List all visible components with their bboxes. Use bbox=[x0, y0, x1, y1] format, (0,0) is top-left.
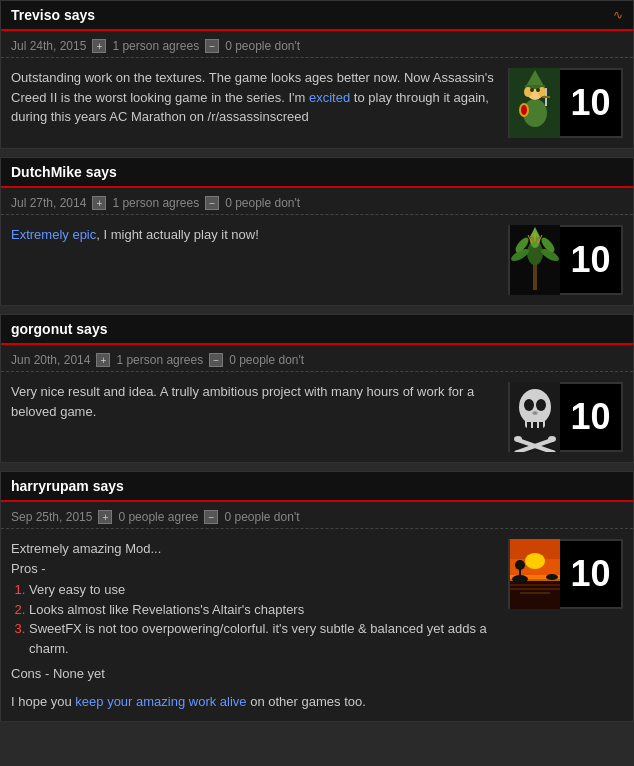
svg-point-32 bbox=[536, 399, 546, 411]
svg-point-37 bbox=[514, 436, 522, 442]
review-gorgonut: gorgonut says Jun 20th, 2014 + 1 person … bbox=[0, 314, 634, 463]
score-gorgonut: 10 bbox=[560, 396, 621, 438]
svg-point-34 bbox=[533, 412, 537, 415]
score-box-treviso: 10 bbox=[508, 68, 623, 138]
svg-rect-28 bbox=[527, 422, 531, 428]
date-gorgonut: Jun 20th, 2014 bbox=[11, 353, 90, 367]
review-header-gorgonut: gorgonut says bbox=[1, 315, 633, 345]
svg-point-44 bbox=[525, 553, 545, 569]
meta-treviso: Jul 24th, 2015 + 1 person agrees − 0 peo… bbox=[1, 31, 633, 58]
content-dutchmike: Extremely epic, I might actually play it… bbox=[1, 215, 633, 305]
svg-rect-30 bbox=[539, 422, 543, 428]
text-gorgonut: Very nice result and idea. A trully ambi… bbox=[11, 382, 498, 421]
avatar-harryrupam bbox=[510, 539, 560, 609]
highlight-epic: Extremely epic bbox=[11, 227, 96, 242]
pros-item-1: Very easy to use bbox=[29, 580, 498, 600]
avatar-treviso bbox=[510, 68, 560, 138]
agree-btn-gorgonut[interactable]: + bbox=[96, 353, 110, 367]
date-harryrupam: Sep 25th, 2015 bbox=[11, 510, 92, 524]
content-gorgonut: Very nice result and idea. A trully ambi… bbox=[1, 372, 633, 462]
author-treviso: Treviso says bbox=[11, 7, 95, 23]
review-dutchmike: DutchMike says Jul 27th, 2014 + 1 person… bbox=[0, 157, 634, 306]
disagrees-dutchmike: 0 people don't bbox=[225, 196, 300, 210]
svg-point-7 bbox=[530, 88, 534, 92]
review-header-harryrupam: harryrupam says bbox=[1, 472, 633, 502]
pros-item-3: SweetFX is not too overpowering/colorful… bbox=[29, 619, 498, 658]
svg-point-38 bbox=[548, 436, 556, 442]
author-dutchmike: DutchMike says bbox=[11, 164, 117, 180]
score-harryrupam: 10 bbox=[560, 553, 621, 595]
content-harryrupam: Extremely amazing Mod... Pros - Very eas… bbox=[1, 529, 633, 721]
pros-list-harryrupam: Very easy to use Looks almost like Revel… bbox=[29, 580, 498, 658]
svg-point-12 bbox=[521, 105, 527, 115]
avatar-dutchmike bbox=[510, 225, 560, 295]
score-box-dutchmike: 10 bbox=[508, 225, 623, 295]
content-treviso: Outstanding work on the textures. The ga… bbox=[1, 58, 633, 148]
review-header-dutchmike: DutchMike says bbox=[1, 158, 633, 188]
date-dutchmike: Jul 27th, 2014 bbox=[11, 196, 86, 210]
agree-btn-treviso[interactable]: + bbox=[92, 39, 106, 53]
score-dutchmike: 10 bbox=[560, 239, 621, 281]
disagrees-gorgonut: 0 people don't bbox=[229, 353, 304, 367]
text-treviso: Outstanding work on the textures. The ga… bbox=[11, 68, 498, 127]
review-treviso: Treviso says ∿ Jul 24th, 2015 + 1 person… bbox=[0, 0, 634, 149]
svg-point-53 bbox=[515, 560, 525, 570]
disagree-btn-treviso[interactable]: − bbox=[205, 39, 219, 53]
review-header-treviso: Treviso says ∿ bbox=[1, 1, 633, 31]
text-harryrupam: Extremely amazing Mod... Pros - Very eas… bbox=[11, 539, 498, 711]
pros-label-harryrupam: Pros - bbox=[11, 559, 498, 579]
agree-btn-dutchmike[interactable]: + bbox=[92, 196, 106, 210]
author-gorgonut: gorgonut says bbox=[11, 321, 107, 337]
score-box-harryrupam: 10 bbox=[508, 539, 623, 609]
agrees-harryrupam: 0 people agree bbox=[118, 510, 198, 524]
text-main-harryrupam: Extremely amazing Mod... bbox=[11, 539, 498, 559]
disagree-btn-harryrupam[interactable]: − bbox=[204, 510, 218, 524]
meta-dutchmike: Jul 27th, 2014 + 1 person agrees − 0 peo… bbox=[1, 188, 633, 215]
author-harryrupam: harryrupam says bbox=[11, 478, 124, 494]
text-dutchmike: Extremely epic, I might actually play it… bbox=[11, 225, 498, 245]
svg-point-8 bbox=[536, 88, 540, 92]
svg-point-51 bbox=[546, 574, 558, 580]
review-harryrupam: harryrupam says Sep 25th, 2015 + 0 peopl… bbox=[0, 471, 634, 722]
disagree-btn-dutchmike[interactable]: − bbox=[205, 196, 219, 210]
agrees-gorgonut: 1 person agrees bbox=[116, 353, 203, 367]
disagree-btn-gorgonut[interactable]: − bbox=[209, 353, 223, 367]
score-box-gorgonut: 10 bbox=[508, 382, 623, 452]
disagrees-harryrupam: 0 people don't bbox=[224, 510, 299, 524]
svg-rect-29 bbox=[533, 422, 537, 428]
footer-harryrupam: I hope you keep your amazing work alive … bbox=[11, 692, 498, 712]
cons-label-harryrupam: Cons - None yet bbox=[11, 664, 498, 684]
highlight-excited: excited bbox=[309, 90, 350, 105]
agree-btn-harryrupam[interactable]: + bbox=[98, 510, 112, 524]
agrees-treviso: 1 person agrees bbox=[112, 39, 199, 53]
meta-harryrupam: Sep 25th, 2015 + 0 people agree − 0 peop… bbox=[1, 502, 633, 529]
agrees-dutchmike: 1 person agrees bbox=[112, 196, 199, 210]
svg-point-31 bbox=[524, 399, 534, 411]
pros-item-2: Looks almost like Revelations's Altair's… bbox=[29, 600, 498, 620]
meta-gorgonut: Jun 20th, 2014 + 1 person agrees − 0 peo… bbox=[1, 345, 633, 372]
highlight-keep: keep your amazing work alive bbox=[75, 694, 246, 709]
disagrees-treviso: 0 people don't bbox=[225, 39, 300, 53]
score-treviso: 10 bbox=[560, 82, 621, 124]
avatar-gorgonut bbox=[510, 382, 560, 452]
date-treviso: Jul 24th, 2015 bbox=[11, 39, 86, 53]
rss-icon-treviso[interactable]: ∿ bbox=[613, 8, 623, 22]
svg-rect-10 bbox=[542, 96, 550, 98]
